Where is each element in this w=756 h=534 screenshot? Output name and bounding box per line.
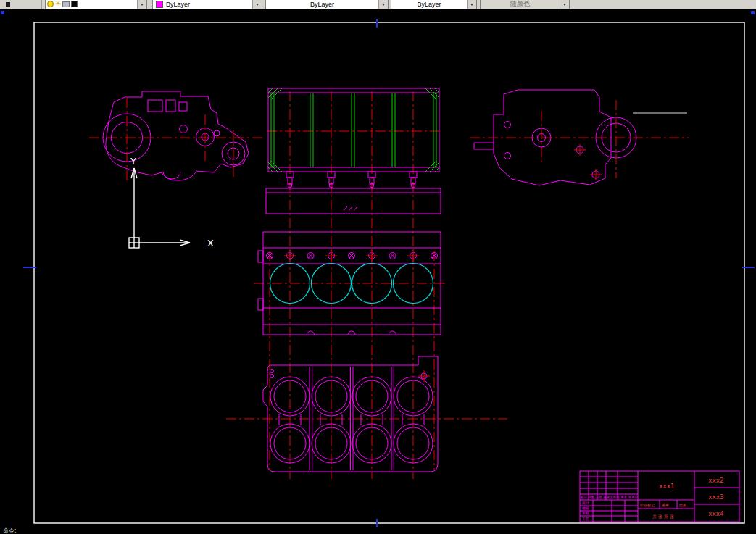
lineweight-control-combo[interactable]: ByLayer ▼ bbox=[391, 0, 477, 9]
linetype-value: ByLayer bbox=[310, 1, 334, 8]
field-mid: xxx3 bbox=[708, 493, 724, 501]
chevron-down-icon[interactable]: ▼ bbox=[467, 0, 476, 9]
view-bottom bbox=[263, 356, 438, 472]
bolt-hole-markers bbox=[267, 250, 438, 262]
layer-printer-icon bbox=[62, 1, 70, 7]
cylinder-studs bbox=[286, 172, 417, 188]
row-check: 校核 bbox=[581, 506, 589, 510]
color-control-combo[interactable]: ByLayer ▼ bbox=[152, 0, 262, 9]
view-left-side bbox=[103, 91, 249, 183]
layout-corner-mark bbox=[1, 11, 4, 14]
drawing-canvas[interactable]: Y X bbox=[0, 0, 756, 534]
linetype-control-combo[interactable]: ByLayer ▼ bbox=[265, 0, 389, 9]
row-design: 设计 bbox=[581, 501, 589, 505]
layer-bulb-icon bbox=[47, 1, 54, 7]
view-top bbox=[266, 88, 441, 214]
revision-header: 标记 处数 分区 更改文件号 签名 年月日 bbox=[580, 495, 638, 500]
toolbar-button-icon[interactable] bbox=[6, 2, 10, 7]
ucs-y-label: Y bbox=[130, 156, 136, 167]
drawing-svg: Y X bbox=[0, 0, 756, 534]
autocad-window: ☀ ▼ ByLayer ▼ ByLayer ▼ ByLayer ▼ 随颜色 ▼ bbox=[0, 0, 756, 534]
chevron-down-icon[interactable]: ▼ bbox=[252, 0, 262, 9]
plotstyle-control-combo: 随颜色 ▼ bbox=[480, 0, 570, 9]
slab-mark bbox=[344, 206, 357, 211]
field-top: xxx2 bbox=[708, 477, 724, 484]
chevron-down-icon: ▼ bbox=[560, 0, 569, 9]
layer-control-combo[interactable]: ☀ ▼ bbox=[45, 0, 147, 9]
layer-color-icon bbox=[71, 1, 78, 7]
ucs-icon: Y X bbox=[129, 156, 214, 249]
row-process: 工艺 bbox=[582, 517, 589, 521]
col-scale: 比例 bbox=[679, 503, 686, 508]
color-value: ByLayer bbox=[163, 1, 190, 8]
crankcase-bores bbox=[270, 377, 433, 463]
col-stage: 阶段标记 bbox=[640, 503, 655, 508]
plotstyle-value: 随颜色 bbox=[510, 0, 530, 9]
projection-centerlines bbox=[89, 91, 689, 479]
lineweight-value: ByLayer bbox=[417, 1, 441, 8]
layout-corner-mark bbox=[751, 11, 755, 14]
current-color-chip bbox=[156, 1, 163, 8]
col-weight: 重量 bbox=[662, 503, 669, 507]
chevron-down-icon[interactable]: ▼ bbox=[137, 0, 146, 9]
command-prompt: 命令: bbox=[3, 527, 17, 534]
corner-hatch bbox=[268, 88, 439, 172]
drawing-number: xxx1 bbox=[659, 483, 675, 490]
ucs-x-label: X bbox=[207, 238, 214, 249]
toolbar-fragment bbox=[0, 0, 42, 9]
sheet-info: 共 张 第 张 bbox=[652, 514, 674, 520]
row-review: 审核 bbox=[582, 511, 589, 515]
properties-toolbar: ☀ ▼ ByLayer ▼ ByLayer ▼ ByLayer ▼ 随颜色 ▼ bbox=[0, 0, 756, 9]
chevron-down-icon[interactable]: ▼ bbox=[378, 0, 388, 9]
field-bottom: xxx4 bbox=[708, 510, 724, 517]
title-block: 标记 处数 分区 更改文件号 签名 年月日 设计 校核 审核 工艺 阶段标记 重… bbox=[580, 471, 739, 522]
layer-sun-icon: ☀ bbox=[55, 1, 61, 7]
